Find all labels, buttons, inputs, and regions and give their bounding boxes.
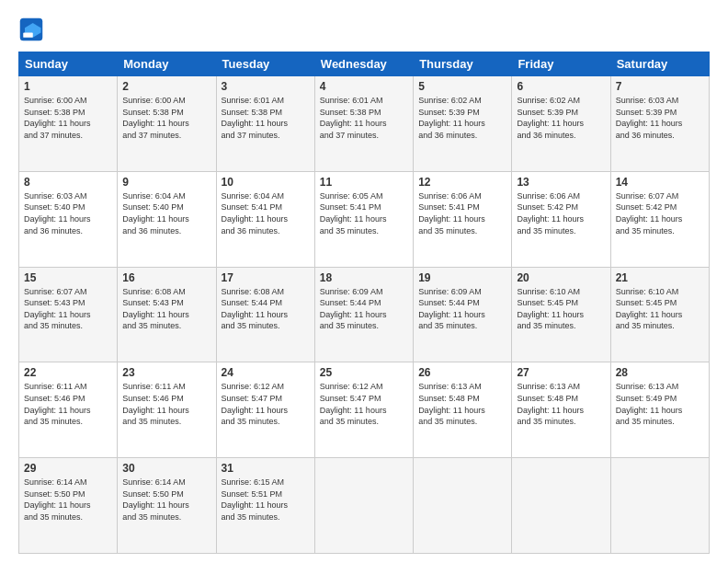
day-number: 17 — [222, 271, 310, 284]
calendar-cell: 4Sunrise: 6:01 AM Sunset: 5:38 PM Daylig… — [314, 76, 413, 172]
day-number: 18 — [320, 271, 408, 284]
calendar-cell: 15Sunrise: 6:07 AM Sunset: 5:43 PM Dayli… — [19, 267, 118, 362]
logo-icon — [18, 17, 44, 42]
calendar-cell — [414, 458, 512, 554]
svg-rect-3 — [23, 33, 33, 38]
calendar-cell: 29Sunrise: 6:14 AM Sunset: 5:50 PM Dayli… — [19, 458, 118, 554]
day-info: Sunrise: 6:02 AM Sunset: 5:39 PM Dayligh… — [517, 95, 605, 141]
day-number: 25 — [320, 366, 408, 379]
day-number: 20 — [517, 271, 605, 284]
header-day-wednesday: Wednesday — [314, 52, 413, 76]
day-info: Sunrise: 6:12 AM Sunset: 5:47 PM Dayligh… — [222, 381, 310, 427]
calendar-cell: 13Sunrise: 6:06 AM Sunset: 5:42 PM Dayli… — [512, 171, 610, 267]
day-info: Sunrise: 6:14 AM Sunset: 5:50 PM Dayligh… — [24, 477, 112, 523]
day-number: 13 — [517, 176, 605, 189]
day-info: Sunrise: 6:07 AM Sunset: 5:42 PM Dayligh… — [616, 190, 704, 236]
day-info: Sunrise: 6:06 AM Sunset: 5:41 PM Dayligh… — [418, 190, 506, 236]
calendar-cell: 25Sunrise: 6:12 AM Sunset: 5:47 PM Dayli… — [314, 362, 413, 458]
calendar-cell: 10Sunrise: 6:04 AM Sunset: 5:41 PM Dayli… — [216, 171, 314, 267]
day-info: Sunrise: 6:04 AM Sunset: 5:41 PM Dayligh… — [222, 190, 310, 236]
day-info: Sunrise: 6:10 AM Sunset: 5:45 PM Dayligh… — [616, 286, 704, 332]
day-number: 14 — [616, 176, 704, 189]
day-number: 3 — [222, 80, 310, 93]
calendar-cell: 19Sunrise: 6:09 AM Sunset: 5:44 PM Dayli… — [414, 267, 512, 362]
day-info: Sunrise: 6:14 AM Sunset: 5:50 PM Dayligh… — [122, 477, 210, 523]
day-number: 26 — [418, 366, 506, 379]
day-info: Sunrise: 6:07 AM Sunset: 5:43 PM Dayligh… — [24, 286, 112, 332]
day-number: 4 — [320, 80, 408, 93]
day-number: 12 — [418, 176, 506, 189]
calendar-cell: 9Sunrise: 6:04 AM Sunset: 5:40 PM Daylig… — [118, 171, 216, 267]
calendar-cell — [314, 458, 413, 554]
day-number: 9 — [122, 176, 210, 189]
calendar-header: SundayMondayTuesdayWednesdayThursdayFrid… — [19, 52, 710, 76]
day-number: 7 — [616, 80, 704, 93]
day-number: 23 — [122, 366, 210, 379]
calendar-cell: 24Sunrise: 6:12 AM Sunset: 5:47 PM Dayli… — [216, 362, 314, 458]
calendar-cell: 20Sunrise: 6:10 AM Sunset: 5:45 PM Dayli… — [512, 267, 610, 362]
calendar-cell: 1Sunrise: 6:00 AM Sunset: 5:38 PM Daylig… — [19, 76, 118, 172]
calendar-cell: 27Sunrise: 6:13 AM Sunset: 5:48 PM Dayli… — [512, 362, 610, 458]
calendar-cell: 30Sunrise: 6:14 AM Sunset: 5:50 PM Dayli… — [118, 458, 216, 554]
day-number: 28 — [616, 366, 704, 379]
day-info: Sunrise: 6:03 AM Sunset: 5:40 PM Dayligh… — [24, 190, 112, 236]
calendar-cell — [610, 458, 709, 554]
day-info: Sunrise: 6:02 AM Sunset: 5:39 PM Dayligh… — [418, 95, 506, 141]
header-day-saturday: Saturday — [610, 52, 709, 76]
calendar-cell: 17Sunrise: 6:08 AM Sunset: 5:44 PM Dayli… — [216, 267, 314, 362]
calendar-table: SundayMondayTuesdayWednesdayThursdayFrid… — [18, 52, 710, 554]
day-number: 31 — [222, 462, 310, 475]
day-info: Sunrise: 6:13 AM Sunset: 5:49 PM Dayligh… — [616, 381, 704, 427]
week-row-4: 22Sunrise: 6:11 AM Sunset: 5:46 PM Dayli… — [19, 362, 710, 458]
day-info: Sunrise: 6:03 AM Sunset: 5:39 PM Dayligh… — [616, 95, 704, 141]
week-row-2: 8Sunrise: 6:03 AM Sunset: 5:40 PM Daylig… — [19, 171, 710, 267]
day-info: Sunrise: 6:08 AM Sunset: 5:43 PM Dayligh… — [122, 286, 210, 332]
header-day-friday: Friday — [512, 52, 610, 76]
day-number: 6 — [517, 80, 605, 93]
calendar-cell: 23Sunrise: 6:11 AM Sunset: 5:46 PM Dayli… — [118, 362, 216, 458]
day-info: Sunrise: 6:12 AM Sunset: 5:47 PM Dayligh… — [320, 381, 408, 427]
calendar-cell: 8Sunrise: 6:03 AM Sunset: 5:40 PM Daylig… — [19, 171, 118, 267]
calendar-body: 1Sunrise: 6:00 AM Sunset: 5:38 PM Daylig… — [19, 76, 710, 554]
day-info: Sunrise: 6:08 AM Sunset: 5:44 PM Dayligh… — [222, 286, 310, 332]
header-day-monday: Monday — [118, 52, 216, 76]
calendar-cell: 7Sunrise: 6:03 AM Sunset: 5:39 PM Daylig… — [610, 76, 709, 172]
day-info: Sunrise: 6:00 AM Sunset: 5:38 PM Dayligh… — [122, 95, 210, 141]
day-info: Sunrise: 6:04 AM Sunset: 5:40 PM Dayligh… — [122, 190, 210, 236]
calendar-cell: 18Sunrise: 6:09 AM Sunset: 5:44 PM Dayli… — [314, 267, 413, 362]
header-day-tuesday: Tuesday — [216, 52, 314, 76]
calendar-cell: 6Sunrise: 6:02 AM Sunset: 5:39 PM Daylig… — [512, 76, 610, 172]
calendar-cell: 26Sunrise: 6:13 AM Sunset: 5:48 PM Dayli… — [414, 362, 512, 458]
day-info: Sunrise: 6:01 AM Sunset: 5:38 PM Dayligh… — [222, 95, 310, 141]
header — [18, 17, 710, 42]
week-row-3: 15Sunrise: 6:07 AM Sunset: 5:43 PM Dayli… — [19, 267, 710, 362]
logo — [18, 17, 48, 42]
day-number: 24 — [222, 366, 310, 379]
day-info: Sunrise: 6:01 AM Sunset: 5:38 PM Dayligh… — [320, 95, 408, 141]
header-day-sunday: Sunday — [19, 52, 118, 76]
calendar-cell: 22Sunrise: 6:11 AM Sunset: 5:46 PM Dayli… — [19, 362, 118, 458]
week-row-1: 1Sunrise: 6:00 AM Sunset: 5:38 PM Daylig… — [19, 76, 710, 172]
day-info: Sunrise: 6:06 AM Sunset: 5:42 PM Dayligh… — [517, 190, 605, 236]
day-info: Sunrise: 6:11 AM Sunset: 5:46 PM Dayligh… — [24, 381, 112, 427]
calendar-cell: 16Sunrise: 6:08 AM Sunset: 5:43 PM Dayli… — [118, 267, 216, 362]
calendar-cell: 2Sunrise: 6:00 AM Sunset: 5:38 PM Daylig… — [118, 76, 216, 172]
day-number: 19 — [418, 271, 506, 284]
calendar-cell: 31Sunrise: 6:15 AM Sunset: 5:51 PM Dayli… — [216, 458, 314, 554]
day-number: 10 — [222, 176, 310, 189]
day-number: 8 — [24, 176, 112, 189]
day-info: Sunrise: 6:11 AM Sunset: 5:46 PM Dayligh… — [122, 381, 210, 427]
day-info: Sunrise: 6:00 AM Sunset: 5:38 PM Dayligh… — [24, 95, 112, 141]
calendar-cell: 11Sunrise: 6:05 AM Sunset: 5:41 PM Dayli… — [314, 171, 413, 267]
page: SundayMondayTuesdayWednesdayThursdayFrid… — [0, 0, 728, 563]
day-number: 11 — [320, 176, 408, 189]
week-row-5: 29Sunrise: 6:14 AM Sunset: 5:50 PM Dayli… — [19, 458, 710, 554]
day-number: 27 — [517, 366, 605, 379]
header-row: SundayMondayTuesdayWednesdayThursdayFrid… — [19, 52, 710, 76]
day-info: Sunrise: 6:09 AM Sunset: 5:44 PM Dayligh… — [320, 286, 408, 332]
day-number: 30 — [122, 462, 210, 475]
day-number: 29 — [24, 462, 112, 475]
day-number: 2 — [122, 80, 210, 93]
calendar-cell: 21Sunrise: 6:10 AM Sunset: 5:45 PM Dayli… — [610, 267, 709, 362]
calendar-cell: 28Sunrise: 6:13 AM Sunset: 5:49 PM Dayli… — [610, 362, 709, 458]
